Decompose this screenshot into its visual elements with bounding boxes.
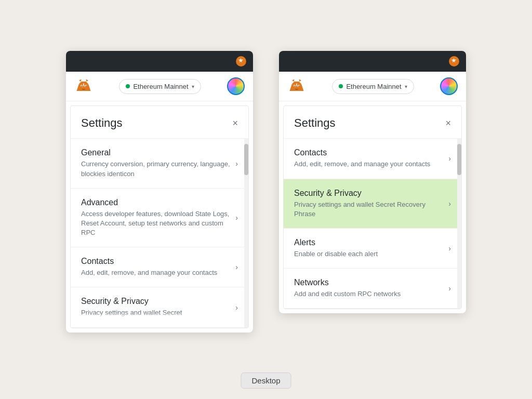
left-header-bar: Ethereum Mainnet ▾ bbox=[66, 72, 253, 101]
right-network-dot bbox=[339, 84, 343, 88]
left-network-dot bbox=[126, 84, 130, 88]
right-alerts-chevron: › bbox=[448, 244, 451, 252]
left-fox-logo bbox=[74, 77, 93, 96]
left-contacts-desc: Add, edit, remove, and manage your conta… bbox=[81, 268, 230, 277]
right-security-desc: Privacy settings and wallet Secret Recov… bbox=[294, 200, 443, 219]
left-general-chevron: › bbox=[235, 159, 238, 168]
right-network-chevron: ▾ bbox=[405, 84, 407, 89]
right-settings-item-networks[interactable]: Networks Add and edit custom RPC network… bbox=[284, 269, 461, 309]
left-network-chevron: ▾ bbox=[192, 84, 194, 89]
right-networks-chevron: › bbox=[448, 284, 451, 292]
right-scrollbar-track bbox=[457, 139, 461, 309]
left-settings-list: General Currency conversion, primary cur… bbox=[71, 139, 248, 327]
right-security-content: Security & Privacy Privacy settings and … bbox=[294, 189, 443, 219]
left-avatar[interactable] bbox=[227, 77, 245, 95]
right-security-title: Security & Privacy bbox=[294, 189, 443, 198]
right-scrollbar-thumb[interactable] bbox=[457, 144, 461, 175]
left-metamask-window: Ethereum Mainnet ▾ Settings × General C bbox=[66, 51, 253, 332]
left-settings-item-general[interactable]: General Currency conversion, primary cur… bbox=[71, 139, 248, 188]
right-networks-desc: Add and edit custom RPC networks bbox=[294, 289, 443, 299]
svg-point-19 bbox=[299, 86, 300, 87]
left-general-content: General Currency conversion, primary cur… bbox=[81, 148, 230, 178]
right-avatar[interactable] bbox=[440, 77, 458, 95]
right-contacts-content: Contacts Add, edit, remove, and manage y… bbox=[294, 148, 443, 169]
left-contacts-title: Contacts bbox=[81, 257, 230, 266]
left-advanced-content: Advanced Access developer features, down… bbox=[81, 198, 230, 238]
left-settings-item-advanced[interactable]: Advanced Access developer features, down… bbox=[71, 189, 248, 248]
desktop-label-container: Desktop bbox=[241, 373, 291, 389]
left-general-desc: Currency conversion, primary currency, l… bbox=[81, 159, 230, 178]
left-contacts-chevron: › bbox=[235, 263, 238, 271]
right-close-button[interactable]: × bbox=[445, 118, 451, 128]
left-scrollbar-track bbox=[244, 139, 248, 327]
right-settings-item-security[interactable]: Security & Privacy Privacy settings and … bbox=[284, 179, 461, 229]
left-settings-item-contacts[interactable]: Contacts Add, edit, remove, and manage y… bbox=[71, 247, 248, 287]
right-contacts-desc: Add, edit, remove, and manage your conta… bbox=[294, 159, 443, 169]
right-settings-item-contacts[interactable]: Contacts Add, edit, remove, and manage y… bbox=[284, 139, 461, 179]
right-settings-panel: Settings × Contacts Add, edit, remove, a… bbox=[283, 105, 462, 309]
right-network-badge[interactable]: Ethereum Mainnet ▾ bbox=[332, 79, 414, 94]
right-header-bar: Ethereum Mainnet ▾ bbox=[279, 72, 466, 101]
left-advanced-desc: Access developer features, download Stat… bbox=[81, 209, 230, 238]
right-networks-content: Networks Add and edit custom RPC network… bbox=[294, 278, 443, 299]
svg-point-18 bbox=[295, 86, 296, 87]
left-advanced-title: Advanced bbox=[81, 198, 230, 207]
left-top-bar bbox=[66, 51, 253, 72]
left-security-desc: Privacy settings and wallet Secret bbox=[81, 308, 230, 317]
left-fox-topbar-icon bbox=[235, 56, 247, 67]
left-close-button[interactable]: × bbox=[232, 118, 238, 128]
left-advanced-chevron: › bbox=[235, 214, 238, 222]
windows-row: Ethereum Mainnet ▾ Settings × General C bbox=[66, 51, 466, 332]
left-security-content: Security & Privacy Privacy settings and … bbox=[81, 297, 230, 317]
page-container: Ethereum Mainnet ▾ Settings × General C bbox=[0, 0, 532, 399]
right-contacts-chevron: › bbox=[448, 154, 451, 163]
left-settings-item-security[interactable]: Security & Privacy Privacy settings and … bbox=[71, 287, 248, 327]
right-top-bar bbox=[279, 51, 466, 72]
right-fox-logo bbox=[287, 77, 306, 96]
left-security-title: Security & Privacy bbox=[81, 297, 230, 306]
right-settings-header: Settings × bbox=[284, 106, 461, 139]
left-general-title: General bbox=[81, 148, 230, 157]
left-settings-panel: Settings × General Currency conversion, … bbox=[70, 105, 249, 328]
left-security-chevron: › bbox=[235, 303, 238, 312]
right-fox-topbar-icon bbox=[448, 56, 460, 67]
left-scrollbar-thumb[interactable] bbox=[244, 144, 248, 175]
svg-point-8 bbox=[82, 86, 83, 87]
right-settings-item-alerts[interactable]: Alerts Enable or disable each alert › bbox=[284, 229, 461, 269]
right-contacts-title: Contacts bbox=[294, 148, 443, 157]
right-security-chevron: › bbox=[448, 200, 451, 208]
right-alerts-title: Alerts bbox=[294, 238, 443, 247]
right-settings-title: Settings bbox=[294, 116, 336, 130]
desktop-label: Desktop bbox=[241, 373, 291, 389]
svg-point-9 bbox=[86, 86, 87, 87]
left-network-badge[interactable]: Ethereum Mainnet ▾ bbox=[119, 79, 201, 94]
right-network-label: Ethereum Mainnet bbox=[346, 83, 401, 90]
right-alerts-desc: Enable or disable each alert bbox=[294, 249, 443, 259]
left-contacts-content: Contacts Add, edit, remove, and manage y… bbox=[81, 257, 230, 277]
right-alerts-content: Alerts Enable or disable each alert bbox=[294, 238, 443, 259]
left-settings-title: Settings bbox=[81, 116, 123, 130]
right-networks-title: Networks bbox=[294, 278, 443, 287]
right-settings-list: Contacts Add, edit, remove, and manage y… bbox=[284, 139, 461, 309]
right-metamask-window: Ethereum Mainnet ▾ Settings × Contacts bbox=[279, 51, 466, 313]
left-network-label: Ethereum Mainnet bbox=[133, 83, 188, 90]
left-settings-header: Settings × bbox=[71, 106, 248, 139]
